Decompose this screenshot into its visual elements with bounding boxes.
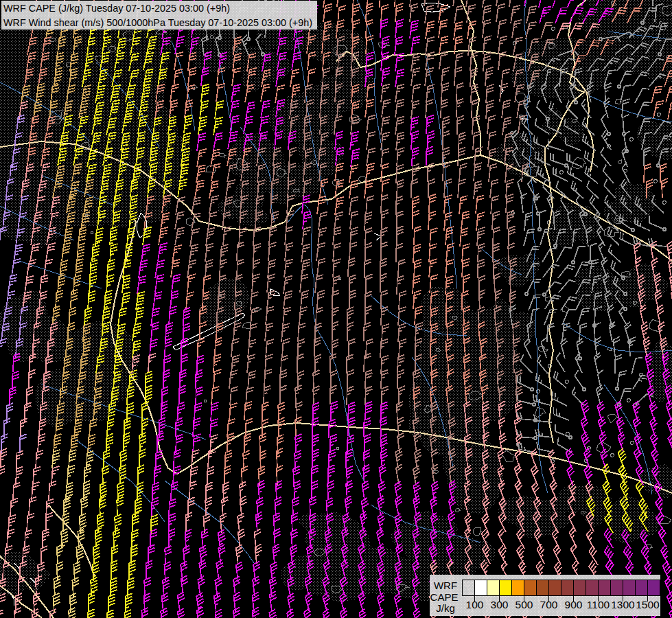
svg-text:WRF Wind shear (m/s) 500/1000h: WRF Wind shear (m/s) 500/1000hPa Tuesday… [3, 17, 312, 28]
svg-text:CAPE: CAPE [430, 591, 459, 603]
svg-text:900: 900 [565, 599, 583, 610]
svg-text:500: 500 [515, 599, 533, 610]
svg-text:100: 100 [466, 599, 484, 610]
svg-text:1100: 1100 [587, 599, 610, 610]
svg-text:300: 300 [491, 599, 509, 610]
svg-text:WRF CAPE (J/kg) Tuesday 07-10-: WRF CAPE (J/kg) Tuesday 07-10-2025 03:00… [3, 3, 230, 14]
svg-text:700: 700 [540, 599, 558, 610]
svg-text:1300: 1300 [611, 599, 635, 610]
svg-text:WRF: WRF [434, 580, 457, 591]
svg-text:1500: 1500 [636, 599, 660, 610]
svg-text:J/kg: J/kg [436, 602, 455, 614]
